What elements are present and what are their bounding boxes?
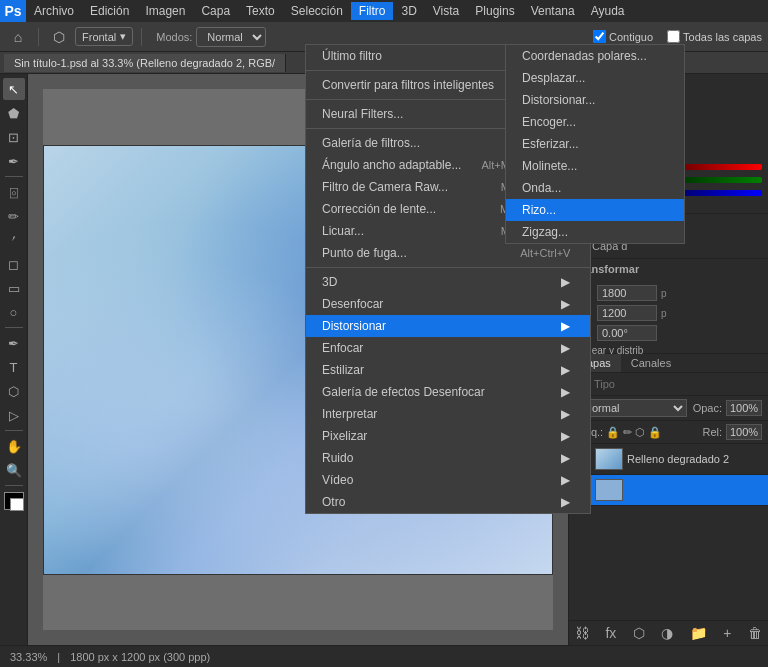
menu-otro[interactable]: Otro ▶ (306, 491, 590, 513)
brush-preset-dropdown[interactable]: Frontal ▾ (75, 27, 133, 46)
menu-distorsionar-sub[interactable]: Distorsionar... (506, 89, 684, 111)
estilizar-arrow: ▶ (561, 363, 570, 377)
menu-desplazar[interactable]: Desplazar... (506, 67, 684, 89)
menu-filtro[interactable]: Filtro (351, 2, 394, 20)
tool-pen[interactable]: ✒ (3, 332, 25, 354)
fill-input[interactable] (726, 424, 762, 440)
mode-select[interactable]: Normal (196, 27, 266, 47)
new-layer-btn[interactable]: + (723, 625, 731, 641)
tool-shape[interactable]: ▷ (3, 404, 25, 426)
fill-label: Rel: (702, 426, 722, 438)
tool-crop[interactable]: ⊡ (3, 126, 25, 148)
menu-archivo[interactable]: Archivo (26, 2, 82, 20)
menu-ayuda[interactable]: Ayuda (583, 2, 633, 20)
tool-hand[interactable]: ✋ (3, 435, 25, 457)
menu-encoger[interactable]: Encoger... (506, 111, 684, 133)
3d-label: 3D (322, 275, 337, 289)
menu-esferizar[interactable]: Esferizar... (506, 133, 684, 155)
add-mask-btn[interactable]: ⬡ (633, 625, 645, 641)
menu-coordenadas-polares[interactable]: Coordenadas polares... (506, 45, 684, 67)
brush-btn[interactable]: ⬡ (47, 25, 71, 49)
tool-heal[interactable]: ⌻ (3, 181, 25, 203)
otro-arrow: ▶ (561, 495, 570, 509)
menu-estilizar[interactable]: Estilizar ▶ (306, 359, 590, 381)
menu-interpretar[interactable]: Interpretar ▶ (306, 403, 590, 425)
angle-input[interactable] (597, 325, 657, 341)
zoom-level: 33.33% (10, 651, 47, 663)
distorsionar-submenu[interactable]: Coordenadas polares... Desplazar... Dist… (505, 44, 685, 244)
width-row: An p (575, 285, 762, 301)
menu-texto[interactable]: Texto (238, 2, 283, 20)
foreground-color-swatch[interactable] (4, 492, 24, 510)
menu-seleccion[interactable]: Selección (283, 2, 351, 20)
neural-label: Neural Filters... (322, 107, 403, 121)
height-input[interactable] (597, 305, 657, 321)
tab-canales[interactable]: Canales (621, 354, 681, 372)
menu-3d[interactable]: 3D ▶ (306, 271, 590, 293)
layers-panel: Capas Canales 🔍 Normal Opac: Bloq.: 🔒 ✏ … (569, 354, 768, 645)
menubar: Ps Archivo Edición Imagen Capa Texto Sel… (0, 0, 768, 22)
menu-3d[interactable]: 3D (393, 2, 424, 20)
menu-rizo[interactable]: Rizo... (506, 199, 684, 221)
layer-thumbnail (595, 448, 623, 470)
layer-item-active[interactable]: 👁 (569, 475, 768, 506)
tool-gradient[interactable]: ▭ (3, 277, 25, 299)
tool-lasso[interactable]: ⬟ (3, 102, 25, 124)
tool-dodge[interactable]: ○ (3, 301, 25, 323)
tool-brush[interactable]: ✏ (3, 205, 25, 227)
menu-desenfocar[interactable]: Desenfocar ▶ (306, 293, 590, 315)
add-effect-btn[interactable]: fx (605, 625, 616, 641)
layer-item[interactable]: 👁 Relleno degradado 2 (569, 444, 768, 475)
menu-imagen[interactable]: Imagen (137, 2, 193, 20)
menu-capa[interactable]: Capa (193, 2, 238, 20)
blend-mode-select[interactable]: Normal (575, 399, 687, 417)
contiguous-check[interactable]: Contiguo (593, 30, 653, 43)
background-color-swatch[interactable] (10, 498, 24, 511)
tool-sep2 (5, 327, 23, 328)
menu-zigzag[interactable]: Zigzag... (506, 221, 684, 243)
document-tab[interactable]: Sin título-1.psd al 33.3% (Relleno degra… (4, 54, 286, 72)
menu-onda[interactable]: Onda... (506, 177, 684, 199)
menu-enfocar[interactable]: Enfocar ▶ (306, 337, 590, 359)
tool-zoom[interactable]: 🔍 (3, 459, 25, 481)
menu-ventana[interactable]: Ventana (523, 2, 583, 20)
menu-plugins[interactable]: Plugins (467, 2, 522, 20)
tool-stamp[interactable]: ⎖ (3, 229, 25, 251)
tool-sep4 (5, 485, 23, 486)
menu-ruido[interactable]: Ruido ▶ (306, 447, 590, 469)
tool-path[interactable]: ⬡ (3, 380, 25, 402)
home-btn[interactable]: ⌂ (6, 25, 30, 49)
opacity-input[interactable] (726, 400, 762, 416)
tool-text[interactable]: T (3, 356, 25, 378)
link-layers-btn[interactable]: ⛓ (575, 625, 589, 641)
sep2 (141, 28, 142, 46)
tool-eyedropper[interactable]: ✒ (3, 150, 25, 172)
angulo-label: Ángulo ancho adaptable... (322, 158, 461, 172)
menu-edicion[interactable]: Edición (82, 2, 137, 20)
tool-sep1 (5, 176, 23, 177)
menu-distorsionar[interactable]: Distorsionar ▶ (306, 315, 590, 337)
tool-selection[interactable]: ↖ (3, 78, 25, 100)
desenfocar-label: Desenfocar (322, 297, 383, 311)
menu-galeria-efectos[interactable]: Galería de efectos Desenfocar ▶ (306, 381, 590, 403)
all-layers-check[interactable]: Todas las capas (667, 30, 762, 43)
zigzag-label: Zigzag... (522, 225, 568, 239)
all-layers-checkbox[interactable] (667, 30, 680, 43)
delete-layer-btn[interactable]: 🗑 (748, 625, 762, 641)
opacity-label: Opac: (693, 402, 722, 414)
menu-pixelizar[interactable]: Pixelizar ▶ (306, 425, 590, 447)
layers-search-input[interactable] (594, 378, 762, 390)
new-group-btn[interactable]: 📁 (690, 625, 707, 641)
convertir-label: Convertir para filtros inteligentes (322, 78, 494, 92)
menu-molinete[interactable]: Molinete... (506, 155, 684, 177)
contiguous-checkbox[interactable] (593, 30, 606, 43)
new-adjustment-btn[interactable]: ◑ (661, 625, 673, 641)
menu-vista[interactable]: Vista (425, 2, 467, 20)
width-input[interactable] (597, 285, 657, 301)
coordenadas-label: Coordenadas polares... (522, 49, 647, 63)
distorsionar-arrow: ▶ (561, 319, 570, 333)
tool-eraser[interactable]: ◻ (3, 253, 25, 275)
encoger-label: Encoger... (522, 115, 576, 129)
menu-video[interactable]: Vídeo ▶ (306, 469, 590, 491)
menu-punto-fuga[interactable]: Punto de fuga... Alt+Ctrl+V (306, 242, 590, 264)
